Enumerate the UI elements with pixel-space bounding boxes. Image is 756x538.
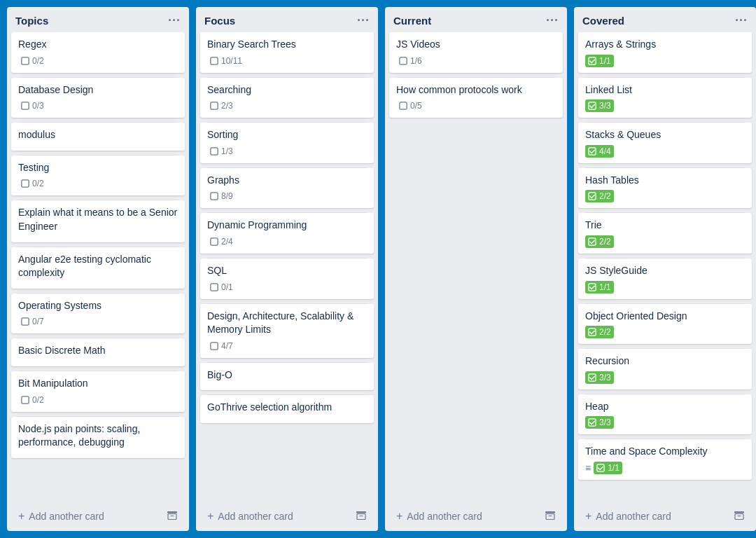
svg-rect-19 xyxy=(546,514,554,520)
column-cards-current: JS Videos 1/6How common protocols work 0… xyxy=(385,32,567,502)
card-big-o[interactable]: Big-O xyxy=(200,363,374,391)
card-title-linked-list: Linked List xyxy=(585,83,745,97)
svg-rect-5 xyxy=(167,511,177,513)
card-title-hash-tables: Hash Tables xyxy=(585,174,745,188)
add-card-button-topics[interactable]: +Add another card xyxy=(10,504,186,528)
column-header-focus: Focus··· xyxy=(196,7,378,32)
card-badge-js-styleguide: 1/1 xyxy=(585,281,614,294)
card-title-time-space: Time and Space Complexity xyxy=(585,445,745,459)
column-covered: Covered···Arrays & Strings 1/1Linked Lis… xyxy=(574,7,756,531)
card-dynamic-programming[interactable]: Dynamic Programming 2/4 xyxy=(200,213,374,254)
card-badge-js-videos: 1/6 xyxy=(396,55,425,67)
card-badge-heap: 3/3 xyxy=(585,416,614,429)
card-badge-row-db-design: 0/3 xyxy=(18,99,178,112)
card-badge-hash-tables: 2/2 xyxy=(585,190,614,202)
add-card-label-topics: Add another card xyxy=(29,511,104,522)
card-badge-trie: 2/2 xyxy=(585,235,614,248)
card-db-design[interactable]: Database Design 0/3 xyxy=(11,78,185,118)
add-card-button-covered[interactable]: +Add another card xyxy=(577,504,753,528)
card-nodejs-pain[interactable]: Node.js pain points: scaling, performanc… xyxy=(11,417,185,458)
card-title-senior-engineer: Explain what it means to be a Senior Eng… xyxy=(18,206,178,233)
card-angular-e2e[interactable]: Angular e2e testing cyclomatic complexit… xyxy=(11,247,185,289)
card-badge-row-heap: 3/3 xyxy=(585,416,745,429)
card-time-space[interactable]: Time and Space Complexity≡ 1/1 xyxy=(578,439,752,480)
card-operating-systems[interactable]: Operating Systems 0/7 xyxy=(11,294,185,334)
column-title-topics: Topics xyxy=(15,15,48,27)
card-badge-row-sorting: 1/3 xyxy=(207,145,367,158)
column-title-covered: Covered xyxy=(582,15,624,27)
card-badge-bst: 10/11 xyxy=(207,55,245,67)
svg-rect-30 xyxy=(734,511,744,513)
card-bit-manipulation[interactable]: Bit Manipulation 0/2 xyxy=(11,371,185,412)
card-badge-sorting: 1/3 xyxy=(207,145,236,158)
card-recursion[interactable]: Recursion 3/3 xyxy=(578,349,752,389)
card-badge-row-oo-design: 2/2 xyxy=(585,326,745,338)
card-badge-row-recursion: 3/3 xyxy=(585,371,745,384)
card-sorting[interactable]: Sorting 1/3 xyxy=(200,123,374,163)
archive-icon[interactable] xyxy=(356,509,367,523)
card-basic-discrete-math[interactable]: Basic Discrete Math xyxy=(11,338,185,366)
card-js-videos[interactable]: JS Videos 1/6 xyxy=(389,32,563,73)
archive-icon[interactable] xyxy=(167,509,178,523)
plus-icon: + xyxy=(18,511,24,522)
svg-rect-9 xyxy=(211,148,218,155)
column-menu-icon-current[interactable]: ··· xyxy=(546,14,559,27)
card-title-graphs: Graphs xyxy=(207,174,367,188)
card-badge-row-js-styleguide: 1/1 xyxy=(585,281,745,294)
card-badge-searching: 2/3 xyxy=(207,99,236,112)
card-badge-linked-list: 3/3 xyxy=(585,99,614,112)
add-card-button-focus[interactable]: +Add another card xyxy=(199,504,375,528)
column-menu-icon-covered[interactable]: ··· xyxy=(735,14,748,27)
column-header-current: Current··· xyxy=(385,7,567,32)
card-trie[interactable]: Trie 2/2 xyxy=(578,213,752,254)
card-title-heap: Heap xyxy=(585,400,745,414)
svg-rect-15 xyxy=(357,514,365,520)
add-card-button-current[interactable]: +Add another card xyxy=(388,504,564,528)
card-title-bit-manipulation: Bit Manipulation xyxy=(18,377,178,391)
list-icon-time-space: ≡ xyxy=(585,462,591,474)
card-protocols[interactable]: How common protocols work 0/5 xyxy=(389,78,563,118)
card-hash-tables[interactable]: Hash Tables 2/2 xyxy=(578,168,752,209)
archive-icon[interactable] xyxy=(545,509,556,523)
svg-rect-0 xyxy=(22,57,29,64)
card-badge-time-space: 1/1 xyxy=(594,462,622,474)
card-senior-engineer[interactable]: Explain what it means to be a Senior Eng… xyxy=(11,200,185,242)
card-badge-row-testing: 0/2 xyxy=(18,177,178,190)
card-heap[interactable]: Heap 3/3 xyxy=(578,394,752,435)
svg-rect-31 xyxy=(735,514,743,520)
card-title-nodejs-pain: Node.js pain points: scaling, performanc… xyxy=(18,422,178,450)
plus-icon: + xyxy=(585,511,592,522)
card-arrays-strings[interactable]: Arrays & Strings 1/1 xyxy=(578,32,752,73)
card-linked-list[interactable]: Linked List 3/3 xyxy=(578,78,752,118)
column-menu-icon-topics[interactable]: ··· xyxy=(168,14,181,27)
card-stacks-queues[interactable]: Stacks & Queues 4/4 xyxy=(578,123,752,163)
card-bst[interactable]: Binary Search Trees 10/11 xyxy=(200,32,374,73)
card-badge-sql: 0/1 xyxy=(207,281,236,294)
card-searching[interactable]: Searching 2/3 xyxy=(200,78,374,118)
svg-rect-13 xyxy=(211,343,218,350)
card-design-arch[interactable]: Design, Architecture, Scalability & Memo… xyxy=(200,304,374,358)
card-badge-row-searching: 2/3 xyxy=(207,99,367,112)
card-sql[interactable]: SQL 0/1 xyxy=(200,258,374,299)
card-modulus[interactable]: modulus xyxy=(11,123,185,151)
card-badge-operating-systems: 0/7 xyxy=(18,315,47,328)
card-badge-recursion: 3/3 xyxy=(585,371,614,384)
column-cards-focus: Binary Search Trees 10/11Searching 2/3So… xyxy=(196,32,378,502)
card-title-modulus: modulus xyxy=(18,128,178,142)
archive-icon[interactable] xyxy=(734,509,745,523)
svg-rect-1 xyxy=(22,102,29,109)
card-graphs[interactable]: Graphs 8/9 xyxy=(200,168,374,209)
card-title-sql: SQL xyxy=(207,264,367,278)
card-badge-dynamic-programming: 2/4 xyxy=(207,235,236,248)
svg-rect-11 xyxy=(211,238,218,245)
card-regex[interactable]: Regex 0/2 xyxy=(11,32,185,73)
card-oo-design[interactable]: Object Oriented Design 2/2 xyxy=(578,304,752,345)
card-js-styleguide[interactable]: JS StyleGuide 1/1 xyxy=(578,258,752,299)
card-title-db-design: Database Design xyxy=(18,83,178,97)
card-badge-row-design-arch: 4/7 xyxy=(207,340,367,352)
card-testing[interactable]: Testing 0/2 xyxy=(11,156,185,196)
card-gothrive[interactable]: GoThrive selection algorithm xyxy=(200,395,374,423)
card-title-operating-systems: Operating Systems xyxy=(18,299,178,313)
card-badge-row-dynamic-programming: 2/4 xyxy=(207,235,367,248)
column-menu-icon-focus[interactable]: ··· xyxy=(357,14,370,27)
